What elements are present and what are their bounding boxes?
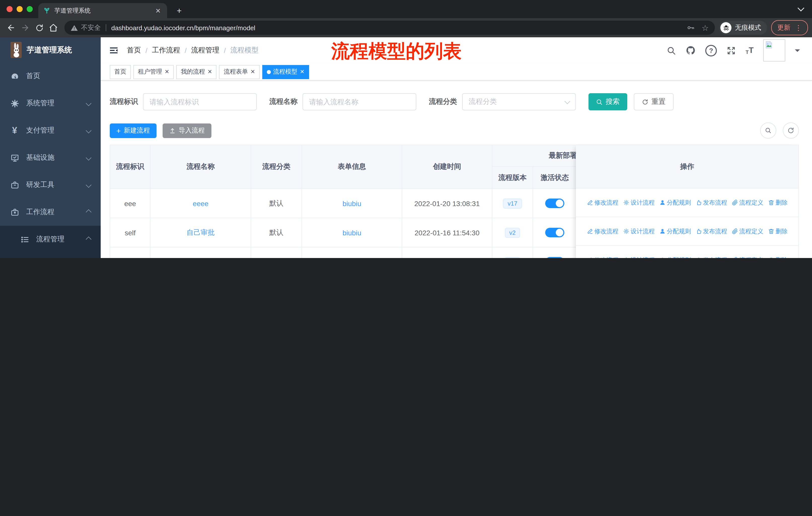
minimize-window-button[interactable]	[17, 6, 23, 12]
sidebar-item-workflow[interactable]: 工作流程	[0, 198, 101, 226]
cell-form-link[interactable]: biubiu	[343, 228, 361, 237]
delete-process-action[interactable]: 删除	[768, 198, 788, 207]
version-badge[interactable]: v5	[505, 257, 520, 258]
assign-rule-action[interactable]: 分配规则	[659, 256, 691, 258]
active-toggle[interactable]	[545, 198, 564, 208]
sidebar-item-system[interactable]: 系统管理	[0, 90, 101, 117]
design-process-action[interactable]: 设计流程	[623, 198, 655, 207]
search-button[interactable]: 搜索	[588, 93, 627, 110]
url-bar[interactable]: 不安全 dashboard.yudao.iocoder.cn/bpm/manag…	[64, 21, 715, 35]
design-process-action[interactable]: 设计流程	[623, 256, 655, 258]
update-browser-button[interactable]: 更新 ⋮	[771, 20, 808, 35]
close-icon[interactable]: ✕	[207, 69, 212, 75]
tab-search-chevron-icon[interactable]	[798, 4, 804, 11]
maximize-window-button[interactable]	[27, 6, 33, 12]
cell-process-id: eee	[110, 189, 150, 218]
sidebar-item-process-management[interactable]: 流程管理	[0, 226, 101, 253]
help-icon[interactable]: ?	[705, 45, 717, 56]
edit-process-action[interactable]: 修改流程	[587, 256, 618, 258]
security-label[interactable]: 不安全	[81, 23, 101, 32]
close-icon[interactable]: ✕	[300, 69, 304, 75]
process-definition-action[interactable]: 流程定义	[732, 227, 763, 236]
bookmark-star-icon[interactable]: ☆	[701, 23, 709, 32]
cell-process-name-link[interactable]: eeee	[193, 199, 208, 207]
tags-bar: 首页 租户管理✕ 我的流程✕ 流程表单✕ 流程模型✕	[101, 63, 812, 81]
assign-rule-action[interactable]: 分配规则	[659, 227, 691, 236]
col-header-created: 创建时间	[402, 145, 492, 188]
url-text[interactable]: dashboard.yudao.iocoder.cn/bpm/manager/m…	[111, 24, 255, 31]
show-search-button[interactable]	[760, 123, 776, 139]
version-badge[interactable]: v17	[503, 198, 522, 208]
publish-process-action[interactable]: 发布流程	[695, 198, 727, 207]
process-category-select[interactable]: 流程分类	[462, 93, 576, 110]
new-tab-button[interactable]: +	[173, 6, 185, 16]
browser-menu-icon[interactable]: ⋮	[795, 24, 802, 32]
browser-tab[interactable]: 芋道管理系统 ✕	[38, 3, 167, 18]
design-process-action[interactable]: 设计流程	[623, 227, 655, 236]
version-badge[interactable]: v2	[505, 227, 520, 238]
breadcrumb-process-management[interactable]: 流程管理	[191, 46, 220, 55]
delete-process-action[interactable]: 删除	[768, 227, 788, 236]
reset-button[interactable]: 重置	[634, 93, 673, 110]
home-button[interactable]	[46, 21, 60, 35]
back-button[interactable]	[4, 21, 18, 35]
publish-process-action[interactable]: 发布流程	[695, 227, 727, 236]
process-definition-action[interactable]: 流程定义	[732, 256, 763, 258]
cell-process-name-link[interactable]: 自己审批	[186, 228, 215, 237]
not-secure-warning-icon[interactable]	[70, 24, 78, 31]
avatar-caret-icon[interactable]	[795, 49, 800, 54]
search-icon[interactable]	[667, 46, 676, 55]
collapse-sidebar-icon[interactable]	[109, 45, 119, 55]
breadcrumb-home[interactable]: 首页	[127, 46, 141, 55]
tag-my-process[interactable]: 我的流程✕	[176, 65, 216, 79]
process-name-input[interactable]	[302, 93, 416, 110]
edit-process-action[interactable]: 修改流程	[587, 198, 618, 207]
sidebar-item-home[interactable]: 首页	[0, 62, 101, 90]
sidebar-item-process-form[interactable]: 流程表单	[0, 253, 101, 258]
tag-process-model[interactable]: 流程模型✕	[262, 65, 309, 79]
sidebar-item-label: 支付管理	[26, 126, 54, 135]
sidebar: 芋道管理系统 首页 系统管理 ¥ 支付管理	[0, 37, 101, 258]
sidebar-item-label: 首页	[26, 72, 40, 81]
key-icon[interactable]	[687, 24, 694, 32]
tag-home[interactable]: 首页	[110, 65, 131, 79]
assign-rule-action[interactable]: 分配规则	[659, 198, 691, 207]
sidebar-item-infrastructure[interactable]: 基础设施	[0, 144, 101, 171]
close-window-button[interactable]	[6, 6, 12, 12]
gear-icon	[10, 99, 19, 108]
tag-tenant[interactable]: 租户管理✕	[134, 65, 174, 79]
github-icon[interactable]	[686, 45, 696, 55]
delete-process-action[interactable]: 删除	[768, 256, 788, 258]
process-id-input[interactable]	[143, 93, 257, 110]
row-operations: 修改流程 设计流程 分配规则 发布流程 流程定义 删除	[576, 217, 799, 246]
chevron-down-icon	[564, 98, 570, 104]
font-size-icon[interactable]: TT	[746, 46, 754, 55]
active-dot	[266, 70, 270, 74]
suitcase-icon	[10, 208, 19, 217]
create-process-button[interactable]: + 新建流程	[110, 123, 156, 138]
briefcase-icon	[10, 181, 19, 189]
active-toggle[interactable]	[545, 228, 564, 237]
refresh-table-button[interactable]	[783, 123, 799, 139]
window-controls[interactable]	[6, 6, 33, 12]
cell-process-name-link[interactable]: OA 请假	[188, 257, 214, 258]
publish-process-action[interactable]: 发布流程	[695, 256, 727, 258]
close-icon[interactable]: ✕	[251, 69, 255, 75]
sidebar-item-devtools[interactable]: 研发工具	[0, 171, 101, 198]
tab-close-icon[interactable]: ✕	[154, 7, 162, 15]
cell-form-link[interactable]: biubiu	[343, 199, 361, 207]
active-toggle[interactable]	[545, 257, 564, 258]
close-icon[interactable]: ✕	[165, 69, 169, 75]
avatar[interactable]	[763, 39, 785, 61]
edit-process-action[interactable]: 修改流程	[587, 227, 618, 236]
cell-created-time: 2022-01-16 01:30:54	[402, 247, 492, 258]
breadcrumb-workflow[interactable]: 工作流程	[152, 46, 180, 55]
tag-process-form[interactable]: 流程表单✕	[219, 65, 260, 79]
reload-button[interactable]	[32, 21, 46, 35]
import-process-button[interactable]: 导入流程	[163, 123, 211, 138]
process-definition-action[interactable]: 流程定义	[732, 198, 763, 207]
cell-process-id: oa_leave	[110, 247, 150, 258]
forward-button[interactable]	[18, 21, 32, 35]
fullscreen-icon[interactable]	[726, 46, 736, 55]
sidebar-item-payment[interactable]: ¥ 支付管理	[0, 117, 101, 144]
